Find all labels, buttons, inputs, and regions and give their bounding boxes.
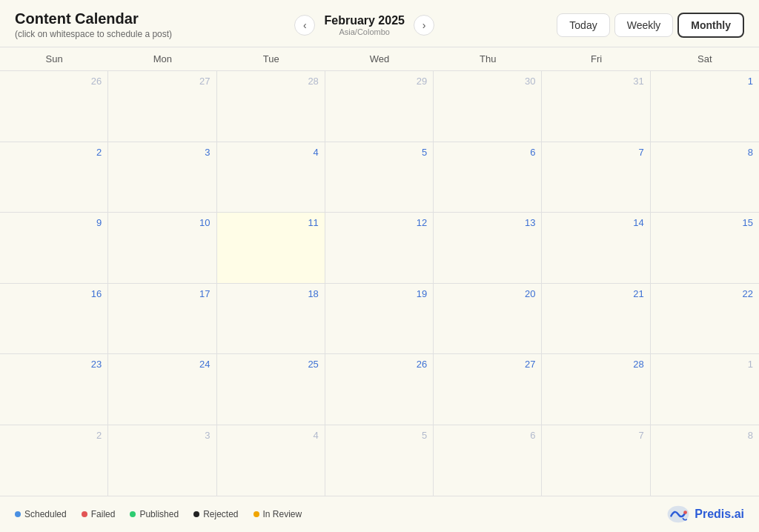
date-number: 10 [114,217,210,228]
calendar-cell-w4-d4[interactable]: 19 [325,284,434,354]
date-number: 24 [114,359,210,370]
legend: ScheduledFailedPublishedRejectedIn Revie… [15,509,302,519]
day-name-sat: Sat [651,47,759,70]
legend-item-published: Published [130,509,179,519]
calendar-cell-w3-d1[interactable]: 9 [0,213,108,283]
calendar-cell-w3-d3[interactable]: 11 [217,213,325,283]
page-subtitle: (click on whitespace to schedule a post) [15,29,172,39]
calendar-cell-w5-d1[interactable]: 23 [0,354,108,425]
month-name: February 2025 [324,14,405,27]
day-name-thu: Thu [434,47,542,70]
date-number: 8 [657,430,753,441]
date-number: 16 [6,288,102,299]
calendar-cell-w4-d5[interactable]: 20 [434,284,542,354]
calendar-cell-w1-d2[interactable]: 27 [108,71,216,142]
calendar-week-6: 2345678 [0,425,759,496]
weekly-button[interactable]: Weekly [614,13,674,37]
calendar-cell-w2-d2[interactable]: 3 [108,142,216,213]
month-year-display: February 2025 Asia/Colombo [324,14,405,36]
calendar-cell-w3-d7[interactable]: 15 [651,213,759,283]
calendar-cell-w5-d5[interactable]: 27 [434,354,542,425]
date-number: 14 [548,217,643,228]
day-name-sun: Sun [0,47,108,70]
calendar-cell-w5-d3[interactable]: 25 [217,354,325,425]
calendar-cell-w4-d6[interactable]: 21 [542,284,650,354]
header-center: ‹ February 2025 Asia/Colombo › [294,14,434,36]
calendar-cell-w6-d7[interactable]: 8 [651,425,759,496]
day-name-wed: Wed [325,47,434,70]
date-number: 4 [223,430,319,441]
calendar-cell-w1-d4[interactable]: 29 [325,71,434,142]
legend-label-scheduled: Scheduled [24,509,67,519]
calendar-cell-w1-d6[interactable]: 31 [542,71,650,142]
calendar-cell-w5-d2[interactable]: 24 [108,354,216,425]
calendar-cell-w2-d1[interactable]: 2 [0,142,108,213]
calendar-cell-w1-d7[interactable]: 1 [651,71,759,142]
calendar-week-2: 2345678 [0,142,759,213]
date-number: 22 [657,288,753,299]
calendar-cell-w6-d4[interactable]: 5 [325,425,434,496]
calendar-cell-w6-d5[interactable]: 6 [434,425,542,496]
calendar: Sun Mon Tue Wed Thu Fri Sat 262728293031… [0,47,759,496]
date-number: 7 [548,430,643,441]
date-number: 29 [331,76,427,87]
monthly-button[interactable]: Monthly [677,13,744,38]
header-left: Content Calendar (click on whitespace to… [15,10,172,39]
date-number: 30 [440,76,535,87]
legend-item-rejected: Rejected [193,509,238,519]
legend-dot-rejected [193,511,199,517]
date-number: 1 [657,76,753,87]
calendar-cell-w1-d3[interactable]: 28 [217,71,325,142]
date-number: 15 [657,217,753,228]
calendar-cell-w6-d1[interactable]: 2 [0,425,108,496]
date-number: 27 [114,76,210,87]
date-number: 5 [331,147,427,158]
calendar-week-5: 2324252627281 [0,354,759,425]
calendar-cell-w4-d7[interactable]: 22 [651,284,759,354]
calendar-cell-w5-d4[interactable]: 26 [325,354,434,425]
date-number: 31 [548,76,643,87]
calendar-cell-w2-d4[interactable]: 5 [325,142,434,213]
calendar-cell-w2-d5[interactable]: 6 [434,142,542,213]
calendar-cell-w2-d6[interactable]: 7 [542,142,650,213]
date-number: 7 [548,147,643,158]
timezone: Asia/Colombo [324,27,405,36]
svg-point-1 [683,511,687,514]
day-name-tue: Tue [217,47,325,70]
next-month-button[interactable]: › [414,15,434,36]
day-name-mon: Mon [108,47,216,70]
date-number: 8 [657,147,753,158]
calendar-week-3: 9101112131415 [0,213,759,284]
date-number: 21 [548,288,643,299]
legend-item-failed: Failed [82,509,116,519]
date-number: 26 [6,76,102,87]
date-number: 3 [114,430,210,441]
calendar-cell-w6-d6[interactable]: 7 [542,425,650,496]
calendar-cell-w6-d3[interactable]: 4 [217,425,325,496]
date-number: 6 [440,430,535,441]
calendar-cell-w2-d7[interactable]: 8 [651,142,759,213]
calendar-cell-w6-d2[interactable]: 3 [108,425,216,496]
calendar-cell-w1-d5[interactable]: 30 [434,71,542,142]
calendar-cell-w5-d6[interactable]: 28 [542,354,650,425]
calendar-cell-w3-d5[interactable]: 13 [434,213,542,283]
calendar-cell-w2-d3[interactable]: 4 [217,142,325,213]
date-number: 19 [331,288,427,299]
logo: Predis.ai [666,504,744,525]
date-number: 28 [223,76,319,87]
calendar-cell-w4-d1[interactable]: 16 [0,284,108,354]
prev-month-button[interactable]: ‹ [294,15,315,36]
date-number: 27 [440,359,535,370]
date-number: 1 [657,359,753,370]
calendar-cell-w1-d1[interactable]: 26 [0,71,108,142]
calendar-cell-w4-d2[interactable]: 17 [108,284,216,354]
calendar-cell-w5-d7[interactable]: 1 [651,354,759,425]
calendar-week-1: 2627282930311 [0,71,759,142]
calendar-cell-w3-d2[interactable]: 10 [108,213,216,283]
calendar-cell-w4-d3[interactable]: 18 [217,284,325,354]
calendar-cell-w3-d6[interactable]: 14 [542,213,650,283]
date-number: 3 [114,147,210,158]
calendar-cell-w3-d4[interactable]: 12 [325,213,434,283]
today-button[interactable]: Today [557,13,609,37]
calendar-week-4: 16171819202122 [0,284,759,355]
